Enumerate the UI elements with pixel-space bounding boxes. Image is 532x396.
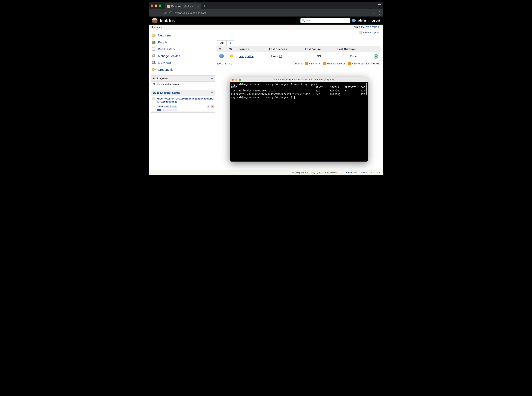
side-panel: New Item People Build History Manage Jen…: [149, 30, 217, 170]
build-queue-pane: Build Queue No builds in the queue.: [151, 75, 215, 87]
chevron-right-icon: ▸: [161, 26, 162, 28]
browser-tab[interactable]: Dashboard [Jenkins] ×: [165, 3, 201, 9]
col-weather[interactable]: W: [227, 46, 237, 52]
task-build-history[interactable]: Build History: [151, 46, 217, 52]
version-link[interactable]: Jenkins ver. 2.46.2: [360, 171, 380, 174]
svg-rect-4: [152, 42, 156, 44]
view-tabs: All +: [217, 40, 380, 46]
add-view-tab[interactable]: +: [227, 40, 234, 46]
jenkins-head-icon: [152, 18, 158, 23]
executor-node[interactable]: kubernetes-c4798d15e2fd4cd68a5d94536fcbe…: [151, 96, 215, 104]
rss-failures-link[interactable]: RSS for failures: [327, 62, 345, 65]
breadcrumb-root[interactable]: Jenkins: [152, 26, 160, 29]
minimize-icon[interactable]: [235, 79, 237, 81]
task-label: People: [158, 41, 167, 44]
icon-size-l[interactable]: L: [231, 62, 232, 65]
table-footer-row: Icon: S M L Legend RSS for all RSS for f…: [217, 62, 380, 65]
new-tab-button[interactable]: ❯: [203, 4, 205, 7]
weather-sunny-icon[interactable]: [229, 54, 234, 58]
task-people[interactable]: People: [151, 39, 217, 46]
job-name-link[interactable]: test-pipeline: [240, 55, 253, 58]
last-duration-cell: 13 sec: [335, 52, 372, 60]
task-credentials[interactable]: Credentials: [151, 66, 217, 73]
people-icon: [152, 40, 156, 44]
forward-button[interactable]: →: [157, 11, 161, 15]
task-my-views[interactable]: My Views: [151, 59, 217, 66]
jobs-table: S W Name ↓ Last Success Last Failure Las…: [217, 46, 380, 60]
schedule-build-icon[interactable]: [374, 54, 378, 59]
task-manage-jenkins[interactable]: Manage Jenkins: [151, 52, 217, 59]
icon-size-s[interactable]: S: [224, 62, 226, 65]
rest-api-link[interactable]: REST API: [346, 171, 357, 174]
browser-menu-icon[interactable]: ⋮: [378, 11, 381, 15]
executor-title-link[interactable]: Build Executor Status: [153, 91, 180, 94]
page-generated: Page generated: May 9, 2017 5:47:59 PM U…: [292, 171, 343, 174]
new-item-icon: [152, 33, 156, 37]
close-tab-icon[interactable]: ×: [197, 5, 199, 8]
bookmark-icon[interactable]: ☆: [372, 11, 375, 15]
help-icon[interactable]: ?: [352, 19, 356, 22]
site-info-icon[interactable]: i: [170, 12, 172, 14]
col-name[interactable]: Name ↓: [237, 46, 267, 52]
address-bar[interactable]: i jenkins.k8s.kumorilabs.com: [170, 12, 369, 15]
terminal-titlebar[interactable]: 2. vagrant@vagrant-ubuntu-trusty-64: /va…: [230, 77, 368, 82]
terminal-body[interactable]: vagrant@vagrant-ubuntu-trusty-64:/vagran…: [230, 82, 368, 162]
tab-title: Dashboard [Jenkins]: [171, 5, 193, 8]
svg-point-11: [152, 61, 154, 63]
maximize-icon[interactable]: [239, 79, 241, 81]
add-description-link[interactable]: add description: [359, 31, 380, 34]
status-ball-icon[interactable]: [219, 54, 224, 58]
icon-size-label: Icon:: [217, 62, 223, 65]
executor-build-link[interactable]: #3: [207, 105, 209, 108]
jenkins-header: Jenkins 🔍 ? admin | log out: [149, 17, 383, 25]
jenkins-brand: Jenkins: [159, 18, 175, 23]
executor-header[interactable]: Build Executor Status: [151, 90, 215, 96]
close-icon[interactable]: [232, 79, 234, 81]
jenkins-logo[interactable]: Jenkins: [152, 18, 175, 23]
executor-row: 1 part of test-pipeline #3 ✕: [151, 104, 215, 109]
task-label: Build History: [158, 47, 175, 51]
page-footer: Page generated: May 9, 2017 5:47:59 PM U…: [149, 170, 383, 175]
pane-title: Build Queue: [153, 77, 169, 80]
logout-link[interactable]: log out: [371, 19, 380, 22]
svg-rect-1: [152, 34, 153, 35]
svg-rect-13: [152, 63, 156, 64]
rss-all-link[interactable]: RSS for all: [309, 62, 321, 65]
progress-bar: [157, 109, 177, 111]
build-queue-header[interactable]: Build Queue: [151, 76, 215, 82]
tab-all[interactable]: All: [217, 40, 227, 46]
back-button[interactable]: ←: [151, 11, 154, 15]
col-last-success[interactable]: Last Success: [267, 46, 303, 52]
minimize-window-icon[interactable]: [155, 4, 157, 7]
legend-link[interactable]: Legend: [294, 62, 303, 65]
cancel-build-icon[interactable]: ✕: [211, 105, 214, 108]
executor-job-link[interactable]: test-pipeline: [164, 105, 177, 108]
svg-point-2: [152, 41, 154, 42]
col-last-failure[interactable]: Last Failure: [303, 46, 335, 52]
col-status[interactable]: S: [217, 46, 227, 52]
cast-icon[interactable]: [378, 4, 381, 7]
icon-size-m[interactable]: M: [228, 62, 230, 65]
terminal-scrollbar[interactable]: [366, 83, 367, 95]
close-window-icon[interactable]: [151, 4, 153, 7]
user-link[interactable]: admin: [358, 19, 366, 22]
rss-icon: [323, 62, 326, 65]
edit-icon: [359, 31, 362, 34]
collapse-icon[interactable]: [210, 78, 213, 79]
terminal-window: 2. vagrant@vagrant-ubuntu-trusty-64: /va…: [230, 77, 368, 162]
reload-button[interactable]: ⟳: [164, 11, 167, 15]
browser-tab-bar: Dashboard [Jenkins] × ❯: [149, 2, 383, 9]
auto-refresh-link[interactable]: ENABLE AUTO REFRESH: [354, 26, 380, 28]
rss-latest-link[interactable]: RSS for just latest builds: [351, 62, 380, 65]
search-input[interactable]: [306, 19, 349, 22]
maximize-window-icon[interactable]: [159, 4, 161, 7]
col-last-duration[interactable]: Last Duration: [335, 46, 372, 52]
task-new-item[interactable]: New Item: [151, 32, 217, 39]
search-box[interactable]: 🔍: [300, 18, 351, 23]
collapse-icon[interactable]: [210, 93, 213, 93]
my-views-icon: [152, 60, 156, 65]
last-success-build-link[interactable]: #2: [279, 55, 282, 58]
build-history-icon: [152, 47, 156, 51]
task-label: Manage Jenkins: [158, 54, 180, 58]
jenkins-favicon-icon: [167, 5, 170, 8]
